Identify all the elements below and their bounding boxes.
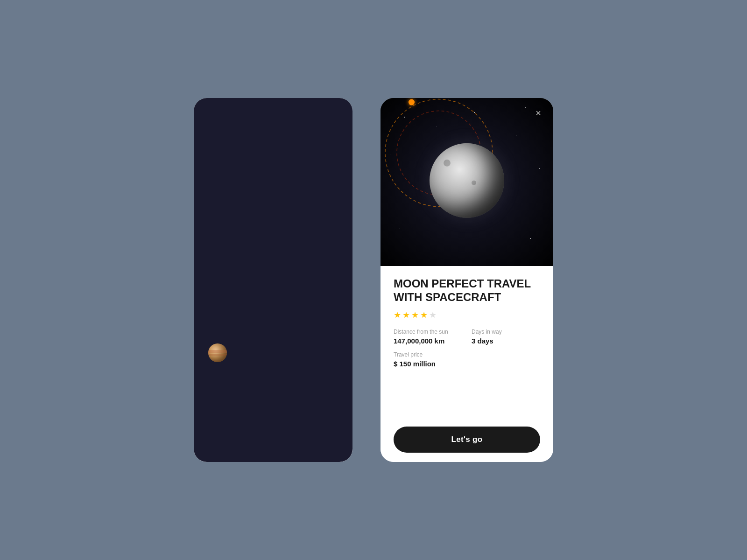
field-label: Distance from the sun <box>394 329 462 335</box>
star-decoration <box>399 229 400 229</box>
detail-content: MOON PERFECT TRAVEL WITH SPACECRAFT ★ ★ … <box>381 266 553 462</box>
right-panel: × MOON PERFECT TRAVEL WITH SPACECRAFT ★ … <box>381 98 553 462</box>
star-4: ★ <box>420 310 428 320</box>
field-distance: Distance from the sun 147,000,000 km <box>394 329 462 345</box>
lets-go-button[interactable]: Let's go <box>394 427 540 453</box>
star-5: ★ <box>429 310 437 320</box>
star-decoration <box>525 107 526 108</box>
left-panel: Need some space? Destination Show All <box>194 98 352 462</box>
star-decoration <box>516 135 516 136</box>
field-days: Days in way 3 days <box>472 329 540 345</box>
field-value: 147,000,000 km <box>394 337 462 345</box>
hero-moon <box>430 143 504 218</box>
destinations-row: Moon travel 3 days in way Saturn travel … <box>205 185 341 267</box>
star-1: ★ <box>394 310 401 320</box>
jupiter-planet <box>208 343 227 362</box>
detail-title: MOON PERFECT TRAVEL WITH SPACECRAFT <box>394 277 540 304</box>
star-decoration <box>539 168 540 169</box>
field-label: Travel price <box>394 351 462 358</box>
star-3: ★ <box>411 310 419 320</box>
field-price: Travel price $ 150 million <box>394 351 462 368</box>
detail-grid: Distance from the sun 147,000,000 km Day… <box>394 329 540 368</box>
space-hero: × <box>381 98 553 266</box>
field-label: Days in way <box>472 329 540 335</box>
field-value: 3 days <box>472 337 540 345</box>
star-2: ★ <box>402 310 410 320</box>
field-value: $ 150 million <box>394 360 462 368</box>
orbit-dot-top <box>409 99 415 105</box>
star-decoration <box>530 238 531 239</box>
close-button[interactable]: × <box>531 105 546 120</box>
rating-stars: ★ ★ ★ ★ ★ <box>394 310 540 320</box>
